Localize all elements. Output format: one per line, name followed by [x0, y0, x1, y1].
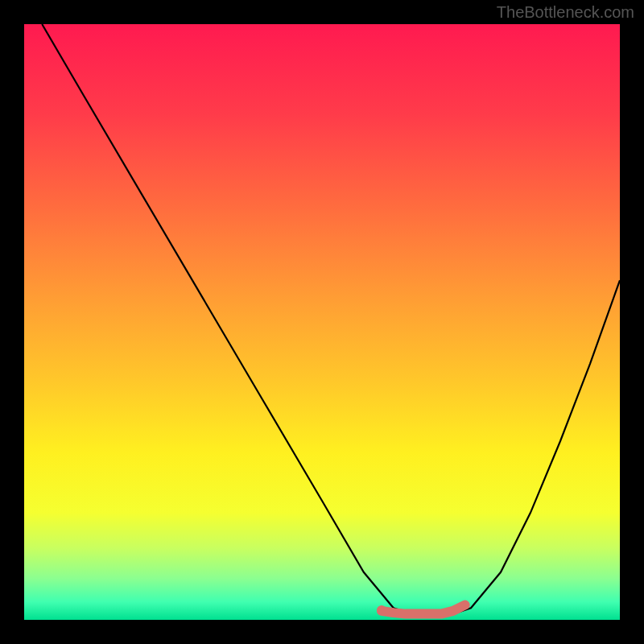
plot-area — [24, 24, 620, 620]
bottleneck-curve — [42, 24, 620, 614]
curve-layer — [24, 24, 620, 620]
optimal-marker — [382, 605, 465, 614]
watermark-text: TheBottleneck.com — [497, 3, 634, 22]
optimal-dot — [377, 605, 386, 615]
